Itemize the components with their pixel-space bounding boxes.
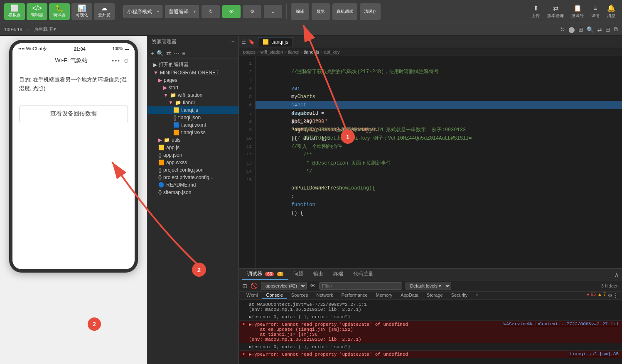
details-btn[interactable]: ≡ 详情 (589, 4, 602, 20)
mode-select[interactable]: 小程序模式 (123, 5, 162, 18)
ln-11: 11 (239, 143, 255, 151)
panel-expand-btn[interactable]: ∧ (615, 271, 619, 278)
appservice-select[interactable]: appservice (#2) (261, 282, 307, 290)
filetree-project-config[interactable]: {} project.config.json (148, 166, 238, 174)
ln-2: 2 (239, 68, 255, 76)
refresh-btn[interactable]: ↻ (202, 5, 220, 18)
refresh-small-btn[interactable]: ↻ (560, 26, 565, 33)
subtab-memory[interactable]: Memory (372, 292, 397, 299)
code-area[interactable]: //注释留了获取光照的代码块(217-248)，使用时请删掉注释符号 var m… (256, 56, 622, 268)
filetree-app-js[interactable]: 🟨 app.js (148, 144, 238, 151)
line-numbers: 1 2 3 4 5 6 7 8 9 10 11 12 13 14 15 (239, 56, 256, 268)
filetree-utils[interactable]: ▶ 📁 utils (148, 136, 238, 144)
subtab-console[interactable]: Console (262, 292, 287, 299)
filetree-tianqi[interactable]: ▼ 📁 tianqi (148, 99, 238, 106)
console-clear-btn[interactable]: ⊡ (242, 283, 247, 289)
real-debug-label: 真机调试 (337, 9, 353, 15)
new-file-btn[interactable]: + (151, 50, 154, 57)
ln-15: 15 (239, 176, 255, 184)
phone-status-bar: •••• WeChat令 21:04 100% ▬ (12, 43, 135, 54)
pages-icon: ▶ (158, 77, 162, 83)
layers-btn[interactable]: ≡ (264, 5, 282, 18)
wifi-station-label: wifi_station (178, 92, 202, 98)
source-btn[interactable]: ⇄ (597, 26, 602, 33)
lines-icon: ☰ (241, 39, 246, 45)
source-control-btn[interactable]: ⇄ (166, 50, 171, 57)
upload-btn[interactable]: ⬆ 上传 (529, 3, 542, 20)
subtab-more[interactable]: » (472, 292, 482, 299)
hotreload-toggle[interactable]: 热重载 开▾ (34, 26, 56, 32)
level-select[interactable]: Default levels ▾ (406, 282, 451, 290)
filetree-project[interactable]: ▼ MINIPROGRAM-ONENET (148, 69, 238, 76)
tab-label: tianqi.js (271, 39, 288, 45)
filetree-wifi-station[interactable]: ▼ 📁 wifi_station (148, 91, 238, 99)
debugger-btn[interactable]: 🐛 调试器 (49, 3, 70, 20)
start-label: start (169, 85, 178, 91)
search-small-btn[interactable]: 🔍 (587, 26, 594, 33)
eye-btn[interactable]: 👁 (222, 5, 241, 18)
subtab-wxml[interactable]: Wxml (242, 292, 262, 299)
eye-console-btn[interactable]: 👁 (310, 283, 316, 289)
ln-14: 14 (239, 167, 255, 176)
editor-btn[interactable]: </> 编辑器 (27, 3, 47, 20)
settings-console-btn[interactable]: ⚙ (607, 292, 613, 299)
search-file-btn[interactable]: 🔍 (157, 50, 164, 57)
phone-action-btn[interactable]: 查看设备回传数据 (19, 106, 128, 122)
filetree-tianqi-js[interactable]: 🟨 tianqi.js (148, 106, 238, 114)
tab-output[interactable]: 输出 (308, 269, 328, 280)
subtab-storage[interactable]: Storage (423, 292, 447, 299)
settings-btn[interactable]: ⚙ (243, 5, 261, 18)
filetree-app-json[interactable]: {} app.json (148, 151, 238, 159)
add-page-btn[interactable]: ⊞ (578, 26, 583, 33)
filetree-app-wxss[interactable]: 🟧 app.wxss (148, 159, 238, 166)
filetree-toolbar: + 🔍 ⇄ ⋯ ≡ (148, 48, 238, 59)
row3-link[interactable]: WAServiceMainContext...7722/008&v=2.27.1… (504, 322, 619, 327)
simulator-btn[interactable]: ⬜ 模拟器 (4, 3, 25, 20)
console-filter-btn[interactable]: 🚫 (251, 283, 258, 289)
filetree-pages[interactable]: ▶ pages (148, 76, 238, 84)
split-btn[interactable]: ⧉ (614, 26, 618, 33)
row4-text: ▶{errno: 0, data: {…}, error: "succ"} (249, 344, 619, 349)
git-btn[interactable]: ⋯ (174, 50, 179, 57)
preview-btn[interactable]: 预览 (312, 3, 330, 20)
filetree-section: ▶ 打开的编辑器 ▼ MINIPROGRAM-ONENET ▶ pages ▶ … (148, 59, 238, 198)
subtab-network[interactable]: Network (312, 292, 337, 299)
subtab-sources[interactable]: Sources (287, 292, 312, 299)
filetree-sitemap[interactable]: {} sitemap.json (148, 189, 238, 196)
tab-terminal[interactable]: 终端 (328, 269, 348, 280)
row5-link[interactable]: tianqi.js? [sm]:85 (569, 352, 619, 357)
project-config-icon: {} (158, 167, 162, 173)
grid-btn[interactable]: ⊟ (605, 26, 610, 33)
filter-input[interactable] (319, 282, 402, 290)
more-actions-btn[interactable]: ≡ (182, 50, 185, 57)
subtab-appdata[interactable]: AppData (396, 292, 423, 299)
visualize-label: 可视化 (76, 12, 88, 18)
subtab-security[interactable]: Security (447, 292, 472, 299)
subtab-perf[interactable]: Performance (337, 292, 372, 299)
visualize-btn[interactable]: 📊 可视化 (71, 3, 92, 20)
filetree-start[interactable]: ▶ start (148, 84, 238, 91)
real-debug-btn[interactable]: 真机调试 (332, 3, 357, 20)
tianqi-js-tab[interactable]: 🟨 tianqi.js (258, 37, 293, 47)
filetree-more[interactable]: ··· (230, 38, 234, 45)
more-console-btn[interactable]: ⋮ (613, 292, 619, 299)
filetree-project-private[interactable]: {} project.private.config... (148, 174, 238, 181)
filetree-open-editors[interactable]: ▶ 打开的编辑器 (148, 60, 238, 69)
phone-content: 目的: 在手机端查看另一个地方的环境信息(温湿度, 光照) 查看设备回传数据 (12, 67, 135, 130)
cloud-btn[interactable]: ☁ 云开发 (94, 3, 115, 20)
filetree-tianqi-wxml[interactable]: 🟦 tianqi.wxml (148, 121, 238, 129)
test-num-btn[interactable]: 📋 测试号 (569, 3, 586, 20)
version-icon: ⇄ (553, 4, 558, 12)
msg-btn[interactable]: 🔔 消息 (605, 3, 618, 20)
tab-debugger[interactable]: 调试器 63 7 (242, 269, 288, 280)
filetree-tianqi-json[interactable]: {} tianqi.json (148, 114, 238, 121)
compile-btn[interactable]: 编译 (291, 3, 309, 20)
tab-issues[interactable]: 问题 (288, 269, 308, 280)
filetree-readme[interactable]: 🔵 README.md (148, 181, 238, 189)
version-mgr-btn[interactable]: ⇄ 版本管理 (545, 3, 566, 20)
filetree-tianqi-wxss[interactable]: 🟧 tianqi.wxss (148, 129, 238, 136)
stop-btn[interactable]: ⬤ (568, 26, 575, 33)
compile-select[interactable]: 普通编译 (165, 5, 199, 18)
tab-code-quality[interactable]: 代码质量 (348, 269, 378, 280)
clear-cache-btn[interactable]: 清缓存 (360, 3, 381, 20)
